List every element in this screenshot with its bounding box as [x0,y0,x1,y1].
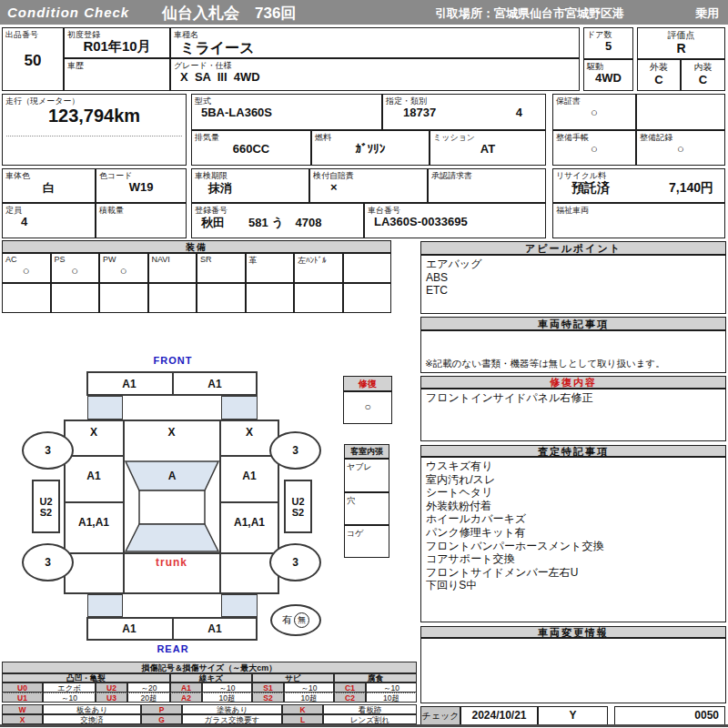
vehicle-usage: 乗用 [695,5,719,22]
field-value: ○ [553,106,635,119]
field-label: 外装 [638,61,680,74]
equipment-cell-lhd: 左ﾊﾝﾄﾞﾙ [294,253,343,283]
field-value: 18737 [394,106,436,119]
legend-group-corrosion: 腐食 [334,673,417,682]
field-value-2: 7,140円 [669,180,713,197]
legend-code: A1 [170,682,202,693]
brand-title: Condition Check [7,5,129,20]
equipment-label: PS [55,255,66,264]
field-inspection-expiry: 車検期限 抹消 [191,168,309,203]
vehicle-notes-disclaimer: ※記載のない書類・機器等は無しとして取り扱います。 [425,357,665,370]
field-value: C [638,73,680,86]
field-vin: 車台番号 LA360S-0033695 [364,203,546,238]
field-lot-number: 出品番号 50 [2,27,64,91]
field-drivetrain: 駆動 4WD [583,59,633,91]
roof-shape [139,490,205,524]
equipment-cell-empty [294,283,343,313]
field-label: 承認請求書 [431,170,472,182]
panel-mark-quarter-right: A1,A1 [219,516,279,529]
legend-code: A2 [170,693,202,703]
field-value: 4 [3,215,95,228]
field-model-code: 型式 5BA-LA360S [191,94,382,130]
check-number: 0050 [614,706,725,725]
equipment-cell-ac: AC○ [2,253,51,283]
field-value: 123,794km [6,106,182,136]
field-maintenance-book: 整備手帳 ○ [552,130,636,166]
field-value: 秋田 581 う 4708 [192,215,363,231]
cowl-right-shaded [221,396,258,420]
legend-desc: ～10 [284,682,334,693]
legend-code: C1 [334,682,366,693]
field-blank [636,94,725,130]
legend-desc: レンズ割れ [323,714,417,724]
panel-mark-front-bumper-left: A1 [86,378,172,390]
field-grade-score: 評価点 R [637,27,725,59]
wheel-mark: 3 [292,444,298,457]
field-exterior-score: 外装 C [637,59,681,91]
equipment-cell-navi: NAVI [148,253,197,283]
wheel-mark: 3 [45,556,51,569]
wheel-front-right: 3 [269,431,321,470]
legend-desc: 10超 [202,693,252,703]
equipment-mark: ○ [100,264,147,278]
vehicle-notes-title: 車両特記事項 [420,317,726,330]
field-welfare-vehicle: 福祉車両 [552,203,725,238]
panel-mark-rear-bumper-right: A1 [172,622,258,635]
equipment-cell-empty [99,283,148,313]
field-displacement: 排気量 660CC [191,130,311,166]
equipment-cell-empty [246,283,295,313]
panel-mark-fender-left: X [64,426,124,439]
equipment-cell-ps: PS○ [51,253,100,283]
check-date: 2024/10/21 [460,706,538,725]
legend-desc: ～10 [202,682,252,693]
field-grade: グレード・仕様 X SA III 4WD [170,58,580,91]
field-value: ミライース [171,39,579,58]
change-info-title: 車両変更情報 [420,626,726,638]
panel-mark-front-bumper-right: A1 [172,378,258,390]
equipment-cell-sr: SR [197,253,246,283]
equipment-label: 左ﾊﾝﾄﾞﾙ [298,255,327,267]
field-value: ○ [553,142,635,156]
panel-mark-door-left: A1 [64,470,124,482]
equipment-mark: ○ [52,264,99,278]
repair-flag-value: ○ [343,391,392,424]
legend-desc: ～10 [366,682,417,693]
equipment-label: AC [5,255,17,264]
legend-code: U2 [96,682,127,693]
equipment-cell-leather: 革 [246,253,295,283]
equipment-cell-empty [343,283,392,313]
equipment-cell-empty [197,283,246,313]
interior-trim-tear: ヤブレ [344,459,389,492]
field-recycle-fee: リサイクル料 預託済 7,140円 [552,168,725,203]
equipment-title: 装備 [2,240,391,253]
legend-desc: ガラス交換要す [182,714,282,724]
field-insurance: 検付自賠責 × [309,168,428,203]
pickup-location: 引取場所：宮城県仙台市宮城野区港 [435,5,624,22]
legend-code: K [282,704,323,714]
field-value: R [638,41,724,56]
auction-title: 仙台入札会 736回 [162,3,296,24]
damage-legend-extra-table: W板金あり P塗装あり K看板跡 X交換済 Gガラス交換要す Lレンズ割れ [2,704,417,724]
field-label: 積載量 [99,205,124,217]
wheel-front-left: 3 [22,431,74,470]
field-plate-number: 登録番号 秋田 581 う 4708 [191,203,364,238]
field-value: 660CC [192,142,310,156]
field-value: 抹消 [192,180,308,197]
legend-code: U1 [2,693,43,703]
trunk-label: trunk [124,556,219,569]
field-value: 5 [584,39,632,53]
panel-mark-hood: X [124,426,219,439]
field-value: 50 [3,52,63,70]
legend-group-dent: 凸凹・亀裂 [2,673,170,682]
field-capacity: 定員 4 [2,203,96,238]
legend-desc: ～20 [127,682,170,693]
interior-trim-burn: コゲ [344,525,389,558]
glass-shapes [62,419,282,597]
spare-none-circled: 無 [294,612,309,628]
equipment-cell-blank [343,253,392,283]
legend-code: U0 [2,682,43,693]
rear-cowl-right-shaded [221,594,258,617]
field-first-registration: 初度登録 R01年10月 [64,27,170,58]
header-bar: Condition Check 仙台入札会 736回 引取場所：宮城県仙台市宮城… [0,0,728,25]
field-value: × [310,180,427,194]
